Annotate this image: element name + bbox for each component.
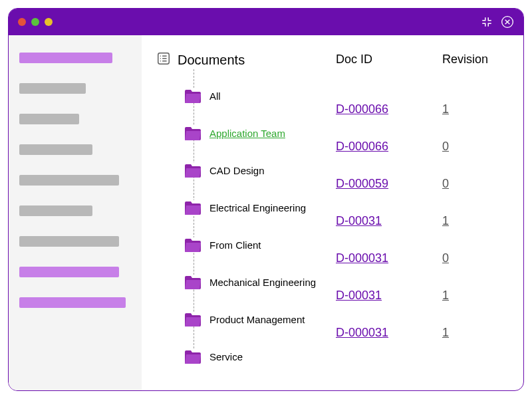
revision-link[interactable]: 1 bbox=[442, 90, 503, 128]
tree-item-label: All bbox=[209, 90, 221, 102]
docid-column: Doc ID D-000066D-000066D-000059D-00031D-… bbox=[336, 51, 436, 375]
revision-link[interactable]: 0 bbox=[442, 128, 503, 165]
tree-item[interactable]: Mechanical Engineering bbox=[184, 263, 336, 301]
revision-link[interactable]: 0 bbox=[442, 165, 503, 202]
tree-item-label: Electrical Engineering bbox=[209, 202, 306, 213]
folder-icon bbox=[184, 275, 201, 289]
docid-header: Doc ID bbox=[336, 51, 436, 66]
docid-link[interactable]: D-000059 bbox=[336, 165, 436, 202]
tree-item-label: From Client bbox=[209, 239, 261, 251]
sidebar-item[interactable] bbox=[19, 236, 119, 247]
docid-link[interactable]: D-000066 bbox=[336, 128, 436, 165]
tree-item[interactable]: Application Team bbox=[184, 114, 336, 152]
sidebar-item[interactable] bbox=[19, 114, 79, 124]
main-panel: Documents AllApplication Team CAD Design… bbox=[142, 35, 523, 390]
docid-link[interactable]: D-000066 bbox=[336, 90, 436, 128]
sidebar-item[interactable] bbox=[19, 297, 126, 308]
docid-link[interactable]: D-00031 bbox=[336, 277, 436, 314]
sidebar bbox=[9, 35, 142, 390]
tree-item[interactable]: Service bbox=[184, 338, 336, 375]
sidebar-item[interactable] bbox=[19, 53, 112, 63]
tree-item-label: Application Team bbox=[209, 128, 285, 139]
sidebar-item[interactable] bbox=[19, 205, 92, 216]
sidebar-item[interactable] bbox=[19, 144, 92, 155]
minimize-dot-icon[interactable] bbox=[31, 18, 39, 26]
folder-icon bbox=[184, 200, 201, 215]
list-icon bbox=[156, 51, 171, 69]
revision-link[interactable]: 1 bbox=[442, 202, 503, 239]
folder-icon bbox=[184, 88, 201, 103]
docid-link[interactable]: D-000031 bbox=[336, 314, 436, 351]
revision-link[interactable]: 1 bbox=[442, 277, 503, 314]
tree-item[interactable]: Electrical Engineering bbox=[184, 189, 336, 226]
titlebar bbox=[9, 9, 523, 35]
revision-header: Revision bbox=[442, 51, 503, 66]
revision-column: Revision 1001011 bbox=[436, 51, 503, 375]
tree-item[interactable]: Product Management bbox=[184, 301, 336, 338]
sidebar-item[interactable] bbox=[19, 175, 119, 186]
close-dot-icon[interactable] bbox=[18, 18, 26, 26]
collapse-icon[interactable] bbox=[481, 16, 493, 28]
docid-link[interactable]: D-00031 bbox=[336, 202, 436, 239]
tree-column: Documents AllApplication Team CAD Design… bbox=[156, 51, 336, 375]
folder-icon bbox=[184, 312, 201, 327]
app-window: Documents AllApplication Team CAD Design… bbox=[8, 8, 524, 391]
folder-icon bbox=[184, 126, 201, 140]
sidebar-item[interactable] bbox=[19, 267, 119, 277]
tree-item-label: Service bbox=[209, 351, 243, 362]
revision-link[interactable]: 0 bbox=[442, 239, 503, 277]
close-icon[interactable] bbox=[501, 15, 514, 29]
tree-item[interactable]: All bbox=[184, 77, 336, 114]
folder-icon bbox=[184, 349, 201, 364]
zoom-dot-icon[interactable] bbox=[45, 18, 53, 26]
tree-item[interactable]: CAD Design bbox=[184, 152, 336, 189]
sidebar-item[interactable] bbox=[19, 83, 86, 94]
revision-link[interactable]: 1 bbox=[442, 314, 503, 351]
folder-icon bbox=[184, 237, 201, 252]
tree-title: Documents bbox=[178, 53, 245, 68]
folder-icon bbox=[184, 163, 201, 178]
tree-item-label: CAD Design bbox=[209, 165, 265, 176]
tree-item-label: Product Management bbox=[209, 314, 305, 325]
tree-item-label: Mechanical Engineering bbox=[209, 277, 316, 288]
window-controls bbox=[18, 18, 53, 26]
tree-item[interactable]: From Client bbox=[184, 226, 336, 263]
docid-link[interactable]: D-000031 bbox=[336, 239, 436, 277]
